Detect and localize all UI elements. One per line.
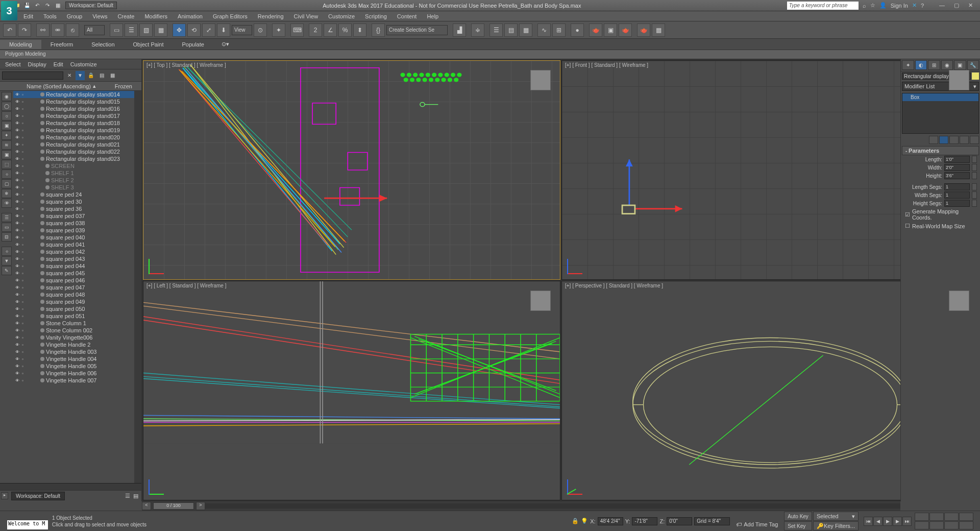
menu-create[interactable]: Create <box>112 12 139 20</box>
se-hdr-name[interactable]: Name (Sorted Ascending) <box>27 83 91 89</box>
menu-group[interactable]: Group <box>62 12 88 20</box>
menu-modifiers[interactable]: Modifiers <box>139 12 173 20</box>
list-item[interactable]: 👁▫Rectangular display stand020 <box>13 134 134 141</box>
list-item[interactable]: 👁▫Rectangular display stand021 <box>13 141 134 148</box>
menu-grapheditors[interactable]: Graph Editors <box>208 12 253 20</box>
list-item[interactable]: 👁▫Vingette Handle 006 <box>13 370 134 377</box>
filter-spec3-icon[interactable]: ✎ <box>2 266 12 275</box>
filter-group-icon[interactable]: ▣ <box>2 150 12 159</box>
schematic-button[interactable]: ⊞ <box>552 23 566 37</box>
menu-customize[interactable]: Customize <box>323 12 360 20</box>
list-item[interactable]: 👁▫Vanity Vingette006 <box>13 334 134 341</box>
spinner-arrows[interactable] <box>972 172 977 179</box>
param-lsegs-input[interactable]: 1 <box>944 183 970 190</box>
tab-populate[interactable]: Populate <box>173 40 213 49</box>
bind-button[interactable]: ⎋ <box>66 23 79 37</box>
list-item[interactable]: 👁▫Vingette Handle 2 <box>13 341 134 348</box>
list-item[interactable]: 👁▫Vingette Handle 007 <box>13 377 134 384</box>
list-item[interactable]: 👁▫square ped 037 <box>13 212 134 220</box>
viewport-top[interactable]: [+] [ Top ] [ Standard ] [ Wireframe ] <box>143 60 560 280</box>
se-scrollbar-h[interactable] <box>0 483 141 490</box>
se-menu-customize[interactable]: Customize <box>70 61 97 67</box>
angle-snap-button[interactable]: ∠ <box>324 23 337 37</box>
param-hsegs-input[interactable]: 1 <box>944 200 970 207</box>
select-scale-button[interactable]: ⤢ <box>202 23 215 37</box>
add-time-tag[interactable]: Add Time Tag <box>744 521 778 527</box>
list-item[interactable]: 👁▫square ped 039 <box>13 227 134 234</box>
spinner-snap-button[interactable]: ⬍ <box>353 23 366 37</box>
filter-camera-icon[interactable]: ▣ <box>2 121 12 130</box>
viewcube-top[interactable] <box>525 65 556 95</box>
coord-x-input[interactable]: 48'4 2/4" <box>598 517 623 525</box>
list-item[interactable]: 👁▫Rectangular display stand016 <box>13 105 134 112</box>
user-icon[interactable]: 👤 <box>879 2 887 9</box>
link-button[interactable]: ⚯ <box>36 23 50 37</box>
nav-zoomall-button[interactable] <box>929 513 944 521</box>
ribbon-collapse-icon[interactable]: ⊙▾ <box>222 41 229 47</box>
filter-spec2-icon[interactable]: ▼ <box>2 256 12 266</box>
snap-2d-button[interactable]: 2 <box>309 23 322 37</box>
se-filter-icon[interactable]: ▼ <box>76 71 85 80</box>
filter-invert-icon[interactable]: ⊟ <box>2 232 12 242</box>
menu-scripting[interactable]: Scripting <box>360 12 392 20</box>
param-height-input[interactable]: 3'6" <box>944 172 970 179</box>
keyfilters-button[interactable]: 🔑Key Filters... <box>813 521 859 530</box>
select-move-button[interactable]: ✥ <box>173 23 186 37</box>
list-item[interactable]: 👁▫Vingette Handle 004 <box>13 355 134 363</box>
param-length-input[interactable]: 1'0" <box>944 156 970 163</box>
align-button[interactable]: ≑ <box>471 23 484 37</box>
se-object-list[interactable]: 👁▫Rectangular display stand014👁▫Rectangu… <box>13 91 134 483</box>
qat-redo-icon[interactable]: ↷ <box>43 2 52 10</box>
select-rotate-button[interactable]: ⟲ <box>187 23 201 37</box>
menu-content[interactable]: Content <box>392 12 422 20</box>
spinner-arrows[interactable] <box>972 183 977 190</box>
menu-edit[interactable]: Edit <box>18 12 38 20</box>
show-result-icon[interactable] <box>939 136 948 144</box>
select-manipulate-button[interactable]: ✦ <box>272 23 285 37</box>
list-item[interactable]: 👁▫square ped 040 <box>13 234 134 241</box>
time-slider[interactable]: < 0 / 100 > <box>142 501 900 511</box>
list-item[interactable]: 👁▫square ped 24 <box>13 191 134 198</box>
se-view1-icon[interactable]: ▤ <box>97 71 106 80</box>
select-object-button[interactable]: ▭ <box>110 23 123 37</box>
list-item[interactable]: 👁▫square ped 041 <box>13 241 134 248</box>
tab-objectpaint[interactable]: Object Paint <box>124 40 173 49</box>
filter-container-icon[interactable]: ▢ <box>2 179 12 188</box>
menu-civilview[interactable]: Civil View <box>289 12 323 20</box>
vp-left-label[interactable]: [+] [ Left ] [ Standard ] [ Wireframe ] <box>146 283 226 288</box>
goto-start-button[interactable]: ⏮ <box>864 517 873 526</box>
qat-save-icon[interactable]: 💾 <box>22 2 32 10</box>
se-clear-icon[interactable]: ✕ <box>65 71 74 80</box>
viewcube-front[interactable] <box>944 65 974 95</box>
filter-light-icon[interactable]: ☼ <box>2 111 12 120</box>
filter-frozen-icon[interactable]: ❄ <box>2 189 12 198</box>
list-item[interactable]: 👁▫SHELF 3 <box>13 184 134 191</box>
list-item[interactable]: 👁▫square ped 042 <box>13 248 134 255</box>
se-menu-display[interactable]: Display <box>28 61 46 67</box>
se-scrollbar-v[interactable] <box>134 91 141 483</box>
pin-stack-icon[interactable] <box>929 136 938 144</box>
menu-tools[interactable]: Tools <box>38 12 62 20</box>
cmd-tab-modify[interactable]: ◐ <box>915 60 927 70</box>
spinner-arrows[interactable] <box>972 156 977 163</box>
use-center-button[interactable]: ⊙ <box>254 23 267 37</box>
spinner-arrows[interactable] <box>972 200 977 207</box>
play-button[interactable]: ▶ <box>883 517 892 526</box>
menu-views[interactable]: Views <box>87 12 112 20</box>
se-hdr-frozen[interactable]: Frozen <box>115 83 132 89</box>
filter-spec1-icon[interactable]: ⟐ <box>2 247 12 256</box>
refcoord-dropdown[interactable]: View <box>232 25 252 35</box>
list-item[interactable]: 👁▫Rectangular display stand023 <box>13 155 134 162</box>
render-frame-button[interactable]: ▣ <box>604 23 617 37</box>
se-sort2-icon[interactable]: ▤ <box>133 493 138 499</box>
list-item[interactable]: 👁▫square ped 044 <box>13 262 134 270</box>
menu-rendering[interactable]: Rendering <box>253 12 289 20</box>
chk-mapping[interactable]: ☑Generate Mapping Coords. <box>902 207 979 222</box>
tab-freeform[interactable]: Freeform <box>41 40 83 49</box>
tab-modeling[interactable]: Modeling <box>0 40 41 49</box>
se-menu-select[interactable]: Select <box>5 61 21 67</box>
autokey-button[interactable]: Auto Key <box>784 512 812 521</box>
modifier-stack[interactable]: Box <box>902 93 979 134</box>
lock-icon[interactable]: 🔒 <box>572 518 579 524</box>
open-a360-button[interactable]: ▦ <box>652 23 665 37</box>
